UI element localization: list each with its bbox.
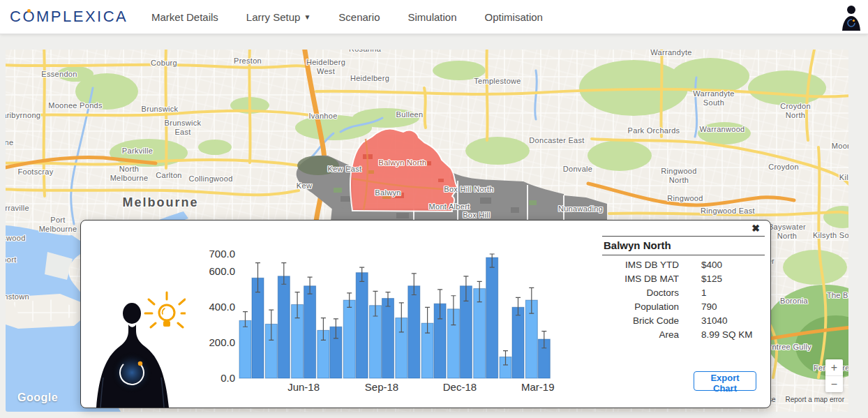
info-row-value: 31040 (679, 314, 728, 328)
info-row-value: 790 (679, 300, 717, 314)
nav-item-market-details[interactable]: Market Details (151, 11, 218, 23)
bar-dark_blue-2 (304, 286, 316, 378)
brick-sales-chart: 0.0200.0400.0600.0700.0Jun-18Sep-18Dec-1… (203, 238, 597, 402)
y-tick-label: 600.0 (209, 265, 235, 277)
info-row-value: 8.99 SQ KM (679, 328, 753, 342)
lightbulb-icon (145, 292, 186, 327)
info-row: Population790 (602, 300, 765, 314)
map-attribution: Use Report a map error (763, 396, 844, 403)
larry-illustration (95, 287, 186, 408)
x-tick-label: Jun-18 (287, 381, 320, 393)
chevron-down-icon: ▼ (304, 13, 310, 21)
top-navbar: COMPLEXICA Market DetailsLarry Setup▼Sce… (0, 0, 868, 34)
close-icon[interactable]: ✖ (751, 223, 760, 234)
y-tick-label: 200.0 (209, 336, 235, 348)
info-panel: Balwyn North IMS DB YTD$400IMS DB MAT$12… (602, 236, 765, 342)
info-row-value: $125 (679, 272, 722, 286)
info-row-value: 1 (679, 286, 707, 300)
y-tick-label: 400.0 (209, 301, 235, 313)
info-row: Doctors1 (602, 286, 765, 300)
export-chart-button[interactable]: Export Chart (694, 371, 756, 391)
y-tick-label: 0.0 (220, 372, 235, 384)
bar-dark_blue-5 (382, 299, 394, 378)
nav-item-simulation[interactable]: Simulation (408, 11, 457, 23)
info-row-label: Population (602, 300, 679, 314)
chart-canvas: 0.0200.0400.0600.0700.0Jun-18Sep-18Dec-1… (203, 238, 597, 402)
nav-item-optimisation[interactable]: Optimisation (485, 11, 543, 23)
bar-light_blue-4 (343, 300, 355, 378)
zoom-out-button[interactable]: − (825, 376, 843, 392)
info-row-label: IMS DB MAT (602, 272, 679, 286)
bar-dark_blue-0 (252, 278, 264, 378)
bar-dark_blue-1 (278, 276, 290, 378)
map-zoom-control: + − (825, 359, 843, 392)
nav-menu: Market DetailsLarry Setup▼ScenarioSimula… (151, 11, 543, 23)
info-row: IMS DB YTD$400 (602, 258, 765, 272)
info-row: Area8.99 SQ KM (602, 328, 765, 342)
report-map-error-link[interactable]: Report a map error (786, 396, 844, 403)
nav-item-scenario[interactable]: Scenario (338, 11, 380, 23)
google-logo[interactable]: Google (17, 391, 58, 404)
info-row-label: Doctors (602, 286, 679, 300)
bar-dark_blue-4 (356, 273, 368, 378)
logo-orange-dot-icon (27, 9, 31, 13)
info-row-label: Brick Code (602, 314, 679, 328)
info-row-label: Area (602, 328, 679, 342)
info-row-value: $400 (679, 258, 722, 272)
larry-silhouette (96, 303, 169, 408)
x-tick-label: Dec-18 (443, 381, 477, 393)
bar-light_blue-0 (239, 320, 251, 378)
complexica-logo[interactable]: COMPLEXICA (10, 8, 139, 26)
info-rows: IMS DB YTD$400IMS DB MAT$125Doctors1Popu… (602, 255, 765, 342)
info-title: Balwyn North (602, 236, 765, 255)
bar-dark_blue-9 (486, 257, 498, 378)
info-row: IMS DB MAT$125 (602, 272, 765, 286)
nav-item-larry-setup[interactable]: Larry Setup▼ (246, 11, 310, 23)
bar-dark_blue-10 (512, 307, 524, 378)
info-row-label: IMS DB YTD (602, 258, 679, 272)
user-avatar[interactable] (840, 3, 862, 31)
brick-details-popup: ✖ 0.0200.0400.0600.0700.0Jun-18Sep-18Dec… (80, 220, 771, 408)
info-row: Brick Code31040 (602, 314, 765, 328)
x-tick-label: Sep-18 (365, 381, 398, 393)
bar-dark_blue-6 (408, 286, 420, 378)
zoom-in-button[interactable]: + (825, 359, 843, 375)
y-tick-label: 700.0 (209, 248, 235, 260)
x-tick-label: Mar-19 (521, 381, 555, 393)
